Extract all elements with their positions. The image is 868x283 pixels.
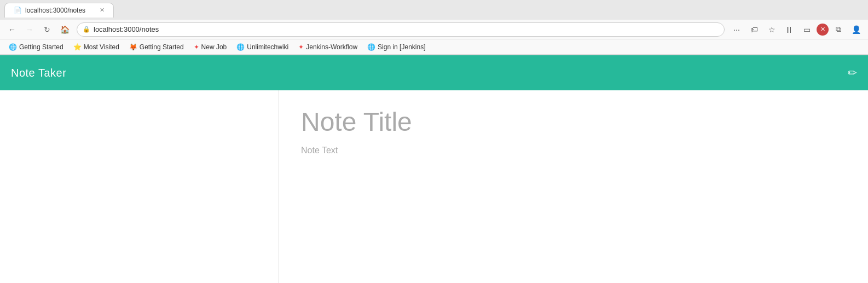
close-addon-button[interactable]: ✕ bbox=[817, 24, 829, 36]
nav-bar: ← → ↻ 🏠 🔒 localhost:3000/notes ··· 🏷 ☆ ⫼… bbox=[0, 20, 868, 39]
bookmark-label: Most Visited bbox=[84, 43, 119, 51]
main-content: Note Title Note Text bbox=[0, 90, 868, 283]
bookmark-sign-in-jenkins[interactable]: 🌐 Sign in [Jenkins] bbox=[363, 42, 430, 52]
bookmark-icon-jenkins-workflow: ✦ bbox=[298, 43, 304, 51]
bookmark-label: Getting Started bbox=[19, 43, 63, 51]
bookmark-label: Getting Started bbox=[140, 43, 184, 51]
app-title: Note Taker bbox=[11, 67, 66, 79]
bookmark-icon-firefox: 🦊 bbox=[129, 43, 137, 51]
bookmark-most-visited[interactable]: ⭐ Most Visited bbox=[69, 42, 124, 52]
address-bar[interactable]: 🔒 localhost:3000/notes bbox=[77, 22, 725, 37]
bookmark-jenkins-workflow[interactable]: ✦ Jenkins-Workflow bbox=[294, 42, 362, 52]
restore-button[interactable]: ⧉ bbox=[831, 22, 846, 37]
reload-button[interactable]: ↻ bbox=[39, 22, 55, 37]
tab-title: localhost:3000/notes bbox=[25, 7, 85, 14]
nav-right-icons: ··· 🏷 ☆ ⫼ ▭ ✕ ⧉ 👤 bbox=[729, 22, 864, 37]
pocket-button[interactable]: 🏷 bbox=[747, 22, 762, 37]
bookmark-label: New Job bbox=[201, 43, 227, 51]
note-area: Note Title Note Text bbox=[279, 90, 868, 283]
back-button[interactable]: ← bbox=[4, 22, 20, 37]
note-title-placeholder[interactable]: Note Title bbox=[301, 107, 846, 137]
info-icon: 🔒 bbox=[83, 26, 90, 33]
forward-button[interactable]: → bbox=[22, 22, 37, 37]
active-tab[interactable]: 📄 localhost:3000/notes ✕ bbox=[4, 3, 114, 18]
bookmarks-bar: 🌐 Getting Started ⭐ Most Visited 🦊 Getti… bbox=[0, 39, 868, 55]
tab-close-icon[interactable]: ✕ bbox=[100, 7, 105, 14]
bookmark-label: Jenkins-Workflow bbox=[306, 43, 357, 51]
bookmark-unlimitechwiki[interactable]: 🌐 Unlimitechwiki bbox=[232, 42, 293, 52]
bookmark-getting-started-2[interactable]: 🦊 Getting Started bbox=[125, 42, 188, 52]
url-text: localhost:3000/notes bbox=[94, 25, 159, 33]
bookmark-label: Unlimitechwiki bbox=[247, 43, 288, 51]
app-header: Note Taker ✏ bbox=[0, 55, 868, 90]
bookmark-icon-new-job: ✦ bbox=[194, 43, 199, 51]
bookmark-new-job[interactable]: ✦ New Job bbox=[189, 42, 232, 52]
bookmark-icon-jenkins: 🌐 bbox=[367, 43, 375, 51]
sidebar-button[interactable]: ▭ bbox=[799, 22, 814, 37]
note-text-placeholder[interactable]: Note Text bbox=[301, 146, 846, 155]
browser-chrome: 📄 localhost:3000/notes ✕ ← → ↻ 🏠 🔒 local… bbox=[0, 0, 868, 55]
bookmark-label: Sign in [Jenkins] bbox=[378, 43, 425, 51]
sidebar bbox=[0, 90, 279, 283]
pencil-icon[interactable]: ✏ bbox=[848, 66, 857, 79]
bookmark-getting-started-1[interactable]: 🌐 Getting Started bbox=[4, 42, 68, 52]
bookmark-star-button[interactable]: ☆ bbox=[764, 22, 779, 37]
tab-favicon: 📄 bbox=[14, 7, 22, 14]
bookmark-icon-globe-1: 🌐 bbox=[9, 43, 17, 51]
tab-bar: 📄 localhost:3000/notes ✕ bbox=[0, 0, 868, 20]
more-button[interactable]: ··· bbox=[729, 22, 744, 37]
bookmark-icon-wiki: 🌐 bbox=[236, 43, 245, 51]
home-button[interactable]: 🏠 bbox=[57, 22, 72, 37]
bookmark-icon-star: ⭐ bbox=[73, 43, 82, 51]
library-button[interactable]: ⫼ bbox=[782, 22, 797, 37]
account-button[interactable]: 👤 bbox=[848, 22, 864, 37]
